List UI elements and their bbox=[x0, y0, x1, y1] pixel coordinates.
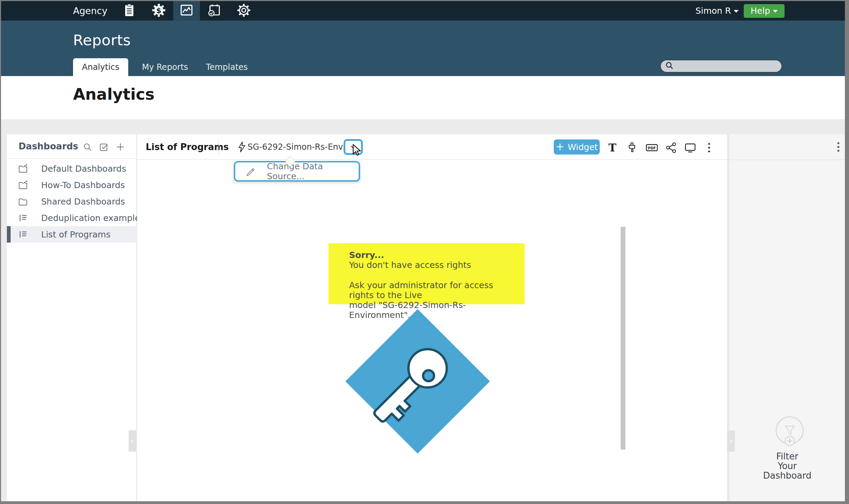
top-navbar: Agency $ Simon R Help bbox=[1, 1, 845, 21]
sidebar-select-button[interactable] bbox=[98, 141, 110, 153]
filter-collapse-handle[interactable]: › bbox=[727, 430, 735, 452]
dashboards-sidebar: Dashboards Default DashboardsHow-To Dash… bbox=[7, 134, 136, 501]
sidebar-item-list-of-programs[interactable]: List of Programs bbox=[7, 226, 136, 243]
dashboard-canvas: List of Programs SG-6292-Simon-Rs-Enviro… bbox=[137, 134, 727, 501]
pdf-icon: PDF bbox=[645, 142, 658, 153]
chevron-down-icon bbox=[349, 143, 358, 151]
sidebar-item-label: Default Dashboards bbox=[41, 164, 126, 174]
selected-accent-bar bbox=[7, 226, 11, 243]
nav-finance[interactable]: $ bbox=[145, 1, 172, 21]
svg-text:PDF: PDF bbox=[648, 146, 656, 150]
sidebar-item-label: How-To Dashboards bbox=[41, 180, 125, 190]
svg-text:$: $ bbox=[156, 6, 161, 15]
checkbox-icon bbox=[99, 142, 109, 152]
tab-analytics[interactable]: Analytics bbox=[73, 58, 128, 76]
sidebar-item-deduplication-example[interactable]: Deduplication example bbox=[7, 210, 136, 226]
monitor-icon bbox=[684, 142, 696, 153]
dashboard-icon bbox=[18, 229, 28, 239]
brand-title: Agency bbox=[73, 1, 107, 21]
nav-analytics[interactable] bbox=[173, 1, 200, 21]
plus-icon: + bbox=[555, 140, 564, 152]
shared-folder-icon bbox=[18, 163, 28, 174]
live-datasource-icon bbox=[237, 141, 247, 154]
warning-line: Ask your administrator for access rights… bbox=[349, 280, 514, 300]
chart-icon bbox=[179, 2, 194, 20]
dashboard-header: List of Programs SG-6292-Simon-Rs-Enviro… bbox=[137, 134, 727, 160]
search-icon bbox=[83, 142, 92, 152]
paintbrush-icon bbox=[626, 142, 638, 153]
plus-icon bbox=[116, 142, 125, 152]
sidebar-item-how-to-dashboards[interactable]: How-To Dashboards bbox=[7, 177, 136, 193]
user-name: Simon R bbox=[695, 6, 731, 16]
kebab-icon bbox=[837, 141, 840, 153]
clipboard-icon bbox=[122, 3, 137, 19]
tab-my-reports[interactable]: My Reports bbox=[133, 58, 197, 76]
key-icon bbox=[359, 300, 496, 437]
filter-panel-label: Filter Your Dashboard bbox=[729, 452, 845, 480]
search-box[interactable] bbox=[660, 60, 782, 73]
section-title: Reports bbox=[73, 32, 131, 49]
restyle-button[interactable] bbox=[625, 141, 639, 155]
tab-templates[interactable]: Templates bbox=[197, 58, 257, 76]
datasource-menu: Change Data Source... bbox=[234, 161, 360, 182]
gear-icon bbox=[236, 2, 252, 20]
sidebar-search-button[interactable] bbox=[82, 141, 93, 153]
reports-tabs: Analytics My Reports Templates bbox=[73, 58, 257, 76]
sidebar-add-button[interactable] bbox=[115, 141, 126, 153]
pencil-icon bbox=[246, 166, 255, 176]
sidebar-title: Dashboards bbox=[19, 141, 78, 151]
nav-settings[interactable] bbox=[230, 1, 257, 21]
sidebar-collapse-handle[interactable]: ‹ bbox=[129, 430, 136, 452]
filter-options-button[interactable] bbox=[832, 140, 845, 154]
divider bbox=[729, 160, 845, 160]
window-frame bbox=[845, 0, 849, 504]
warning-line: You don't have access rights bbox=[349, 260, 514, 270]
tv-view-button[interactable] bbox=[683, 141, 697, 155]
shared-folder-icon bbox=[18, 180, 28, 190]
access-warning: Sorry... You don't have access rights As… bbox=[328, 243, 525, 304]
reports-header: Reports Analytics My Reports Templates bbox=[1, 21, 845, 76]
add-widget-button[interactable]: + Widget bbox=[554, 139, 600, 155]
dollar-gear-icon: $ bbox=[151, 3, 166, 19]
datasource-name[interactable]: SG-6292-Simon-Rs-Environment bbox=[248, 142, 344, 152]
change-datasource-item[interactable]: Change Data Source... bbox=[267, 161, 359, 181]
sidebar-item-shared-dashboards[interactable]: Shared Dashboards bbox=[7, 193, 136, 210]
warning-title: Sorry... bbox=[349, 250, 514, 260]
page-title: Analytics bbox=[73, 85, 155, 103]
dashboard-icon bbox=[18, 213, 28, 223]
folder-icon bbox=[18, 196, 28, 207]
add-filter-plus[interactable]: + bbox=[785, 436, 795, 446]
help-button[interactable]: Help bbox=[744, 4, 785, 18]
search-input[interactable] bbox=[677, 62, 774, 71]
add-text-button[interactable]: T bbox=[606, 141, 619, 155]
sidebar-item-label: Deduplication example bbox=[41, 213, 140, 223]
dashboard-title: List of Programs bbox=[146, 142, 229, 152]
sidebar-item-label: List of Programs bbox=[41, 230, 110, 239]
user-menu[interactable]: Simon R bbox=[695, 1, 739, 21]
nav-schedule[interactable] bbox=[201, 1, 228, 21]
more-options-button[interactable] bbox=[702, 141, 716, 155]
filter-panel: + Filter Your Dashboard bbox=[729, 134, 845, 501]
widget-scrollbar[interactable] bbox=[621, 227, 625, 450]
kebab-icon bbox=[707, 142, 711, 153]
help-label: Help bbox=[751, 6, 770, 16]
share-icon bbox=[665, 142, 677, 153]
chevron-down-icon bbox=[773, 10, 778, 13]
divider bbox=[7, 158, 136, 159]
pdf-export-button[interactable]: PDF bbox=[645, 141, 659, 155]
widget-label: Widget bbox=[568, 142, 598, 152]
sidebar-item-label: Shared Dashboards bbox=[41, 197, 125, 207]
dashboard-list: Default DashboardsHow-To DashboardsShare… bbox=[7, 160, 136, 243]
share-button[interactable] bbox=[664, 141, 678, 155]
window-frame bbox=[0, 501, 849, 504]
datasource-menu-button[interactable] bbox=[344, 139, 363, 155]
search-icon bbox=[665, 61, 674, 71]
app-window: Agency $ Simon R Help bbox=[1, 1, 845, 501]
chevron-down-icon bbox=[734, 10, 739, 13]
sidebar-item-default-dashboards[interactable]: Default Dashboards bbox=[7, 160, 136, 177]
divider bbox=[218, 138, 219, 156]
nav-reports-list[interactable] bbox=[116, 1, 143, 21]
screenshot-root: Agency $ Simon R Help bbox=[0, 0, 849, 504]
page-title-section: Analytics bbox=[1, 76, 845, 119]
calendar-check-icon bbox=[206, 2, 222, 20]
